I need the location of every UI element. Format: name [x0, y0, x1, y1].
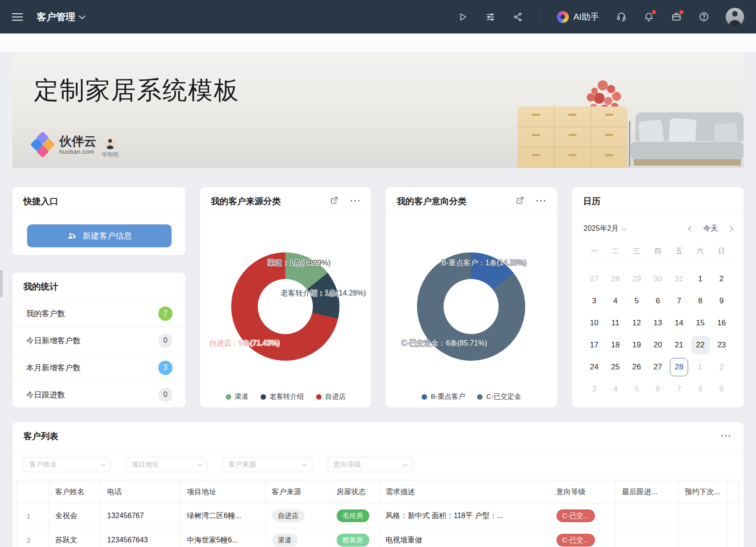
banner-flowers-decor	[591, 88, 598, 94]
filter-select[interactable]: 项目地址	[126, 457, 207, 472]
legend-item[interactable]: C-已交定金	[477, 392, 521, 401]
calendar-day[interactable]: 24	[584, 356, 605, 378]
calendar-day[interactable]: 31	[668, 268, 689, 290]
calendar-day[interactable]: 4	[605, 290, 626, 312]
owner-avatar	[104, 137, 116, 149]
status-badge: 渠道	[272, 534, 298, 547]
more-options-icon[interactable]: ⋯	[350, 198, 361, 203]
calendar-day[interactable]: 28	[605, 268, 626, 290]
table-row[interactable]: 1全祝会132456767绿树湾二区6幢...自进店毛坯房风格：新中式 面积：1…	[17, 504, 739, 528]
legend-item[interactable]: 渠道	[226, 392, 249, 401]
status-badge: 毛坯房	[337, 509, 369, 522]
filter-select[interactable]: 客户来源	[222, 457, 312, 472]
calendar-day[interactable]: 9	[711, 378, 732, 400]
calendar-day[interactable]: 7	[668, 378, 689, 400]
calendar-day[interactable]: 9	[711, 290, 732, 312]
calendar-day[interactable]: 10	[584, 312, 605, 334]
my-stats-title: 我的统计	[12, 273, 185, 300]
calendar-day[interactable]: 29	[626, 268, 647, 290]
calendar-day[interactable]: 26	[626, 356, 647, 378]
workbench-badge	[679, 10, 684, 14]
ai-assistant-button[interactable]: AI助手	[557, 11, 599, 23]
prev-month-button[interactable]	[688, 226, 694, 232]
ai-logo-icon	[557, 11, 569, 23]
chevron-down-icon	[622, 226, 626, 231]
app-switcher[interactable]: 客户管理	[37, 11, 84, 23]
calendar-day[interactable]: 21	[668, 334, 689, 356]
calendar-day[interactable]: 5	[626, 378, 647, 400]
page-scrollbar-thumb[interactable]	[0, 270, 3, 297]
filter-select[interactable]: 客户姓名	[23, 457, 111, 472]
menu-icon[interactable]	[12, 13, 23, 21]
table-row[interactable]: 2苏跃文1234567643中海世家5幢6...渠道精装房电视墙重做C-已交..…	[17, 528, 739, 547]
calendar-day[interactable]: 2	[711, 268, 732, 290]
new-customer-button[interactable]: 新建客户信息	[27, 224, 172, 247]
calendar-day[interactable]: 22	[689, 334, 711, 356]
calendar-day[interactable]: 3	[584, 290, 605, 312]
calendar-day[interactable]: 20	[647, 334, 668, 356]
filter-select[interactable]: 意向等级	[328, 457, 413, 472]
workbench-briefcase-icon[interactable]	[671, 11, 682, 22]
legend-item[interactable]: 老客转介绍	[261, 392, 304, 401]
legend-label: 老客转介绍	[270, 392, 304, 401]
more-options-icon[interactable]: ⋯	[535, 198, 547, 203]
column-header	[17, 480, 49, 504]
calendar-card: 日历 2025年2月 今天 一二三四五六日 272829303112345678…	[572, 187, 744, 407]
calendar-day[interactable]: 25	[605, 356, 626, 378]
calendar-day[interactable]: 17	[584, 334, 605, 356]
today-button[interactable]: 今天	[703, 224, 718, 234]
calendar-day[interactable]: 19	[626, 334, 647, 356]
calendar-day[interactable]: 27	[584, 268, 605, 290]
help-icon[interactable]	[698, 11, 709, 22]
calendar-day[interactable]: 14	[668, 312, 689, 334]
calendar-day[interactable]: 30	[647, 268, 668, 290]
chart-slice-label: 老客转介绍：1条(14.28%)	[281, 289, 366, 298]
calendar-title: 日历	[572, 187, 744, 214]
weekday-label: 六	[689, 247, 711, 256]
template-banner: 定制家居系统模板 伙伴云 huoban.com 毕明明	[12, 52, 744, 168]
settings-sliders-icon[interactable]	[485, 11, 496, 22]
share-icon[interactable]	[512, 11, 523, 22]
calendar-day[interactable]: 5	[626, 290, 647, 312]
quick-entry-card: 快捷入口 新建客户信息	[12, 187, 185, 255]
ai-assistant-label: AI助手	[573, 11, 599, 23]
calendar-day[interactable]: 11	[605, 312, 626, 334]
calendar-day[interactable]: 4	[605, 378, 626, 400]
calendar-day[interactable]: 18	[605, 334, 626, 356]
calendar-day[interactable]: 8	[689, 378, 711, 400]
calendar-day[interactable]: 12	[626, 312, 647, 334]
calendar-day[interactable]: 27	[647, 356, 668, 378]
calendar-day[interactable]: 3	[584, 378, 605, 400]
legend-item[interactable]: 自进店	[316, 392, 346, 401]
month-selector[interactable]: 2025年2月	[584, 224, 626, 234]
notifications-bell-icon[interactable]	[643, 11, 654, 22]
more-options-icon[interactable]: ⋯	[720, 433, 732, 438]
calendar-day[interactable]: 2	[711, 356, 732, 378]
calendar-day[interactable]: 6	[647, 290, 668, 312]
calendar-day[interactable]: 8	[689, 290, 711, 312]
open-external-icon[interactable]	[330, 196, 339, 205]
legend-item[interactable]: B-重点客户	[422, 392, 465, 401]
calendar-day[interactable]: 13	[647, 312, 668, 334]
calendar-day[interactable]: 7	[668, 290, 689, 312]
user-avatar[interactable]	[726, 8, 744, 26]
owner-name: 毕明明	[94, 151, 126, 159]
calendar-day[interactable]: 6	[647, 378, 668, 400]
calendar-day[interactable]: 16	[711, 312, 732, 334]
next-month-button[interactable]	[727, 226, 733, 232]
calendar-day[interactable]: 1	[689, 356, 711, 378]
calendar-day[interactable]: 1	[689, 268, 711, 290]
status-badge: 自进店	[272, 509, 305, 522]
legend-dot-icon	[226, 394, 231, 400]
run-button[interactable]	[457, 11, 468, 22]
column-header: 房屋状态	[330, 480, 379, 504]
stat-label: 今日新增客户数	[26, 335, 81, 346]
open-external-icon[interactable]	[516, 196, 524, 205]
weekday-label: 一	[584, 247, 605, 256]
calendar-day[interactable]: 23	[711, 334, 732, 356]
calendar-day[interactable]: 28	[668, 356, 689, 378]
page-title: 客户管理	[37, 11, 75, 23]
support-headset-icon[interactable]	[616, 11, 627, 22]
calendar-day[interactable]: 15	[689, 312, 711, 334]
topbar-divider	[540, 11, 540, 23]
